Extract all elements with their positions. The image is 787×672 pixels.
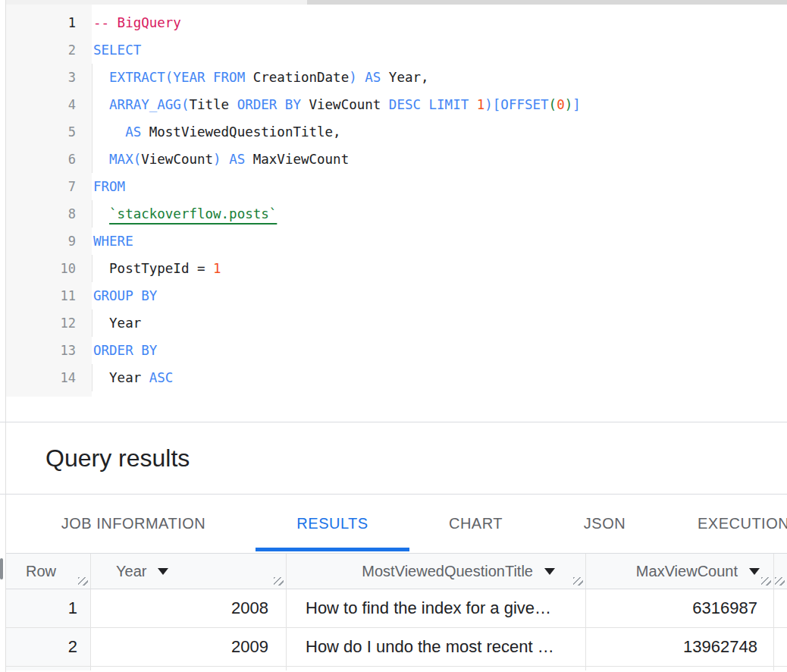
code-text: MAX(ViewCount) AS MaxViewCount xyxy=(76,146,349,173)
code-text: FROM xyxy=(76,173,125,200)
table-cell: How do I undo the most recent … xyxy=(287,628,586,666)
code-line: 13ORDER BY xyxy=(6,337,787,364)
sql-editor[interactable]: 1-- BigQuery2SELECT3 EXTRACT(YEAR FROM C… xyxy=(6,9,787,391)
column-header-label: MostViewedQuestionTitle xyxy=(362,563,533,580)
column-menu-icon[interactable] xyxy=(544,568,555,575)
code-text: PostTypeId = 1 xyxy=(76,255,221,282)
table-row: 22009How do I undo the most recent …1396… xyxy=(6,628,787,667)
code-text: Year ASC xyxy=(76,364,173,391)
code-token: Year xyxy=(93,370,149,385)
code-token: )[OFFSET xyxy=(484,97,548,112)
tab-json[interactable]: JSON xyxy=(542,495,667,553)
column-resize-handle-icon[interactable] xyxy=(78,577,88,586)
tab-job-information[interactable]: JOB INFORMATION xyxy=(20,495,247,553)
code-token xyxy=(93,261,109,276)
code-text: ARRAY_AGG(Title ORDER BY ViewCount DESC … xyxy=(76,91,581,118)
tab-execution-details[interactable]: EXECUTION DETAILS xyxy=(682,495,787,553)
line-number: 4 xyxy=(6,91,76,118)
code-token: ViewCount xyxy=(309,97,388,112)
line-number: 5 xyxy=(6,118,76,146)
line-number: 7 xyxy=(6,173,76,200)
code-token: ) xyxy=(565,97,573,112)
horizontal-scrollbar-thumb[interactable] xyxy=(307,0,787,5)
results-table: RowYearMostViewedQuestionTitleMaxViewCou… xyxy=(6,553,787,670)
table-cell: 6316987 xyxy=(586,589,774,627)
code-line: 7FROM xyxy=(6,173,787,200)
code-token: ASC xyxy=(149,370,174,385)
column-header-mostviewedquestiontitle[interactable]: MostViewedQuestionTitle xyxy=(287,554,586,589)
code-token: Title xyxy=(189,97,237,112)
tab-results[interactable]: RESULTS xyxy=(256,495,409,553)
code-token: 0 xyxy=(557,97,565,112)
code-token: ViewCount xyxy=(141,152,213,167)
table-reference-link[interactable]: `stackoverflow.posts` xyxy=(109,206,277,221)
tab-chart[interactable]: CHART xyxy=(413,495,538,553)
code-token: ORDER BY xyxy=(237,97,309,112)
table-header-row: RowYearMostViewedQuestionTitleMaxViewCou… xyxy=(6,553,787,589)
code-token: 1 xyxy=(213,261,221,276)
code-token: MaxViewCount xyxy=(253,152,349,167)
code-token xyxy=(93,97,109,112)
code-text: SELECT xyxy=(76,36,141,64)
code-token: ] xyxy=(572,97,581,112)
line-number: 13 xyxy=(6,337,76,364)
query-results-header: Query results xyxy=(0,422,787,494)
code-token: FROM xyxy=(93,179,125,194)
line-number: 8 xyxy=(6,200,76,228)
column-resize-handle-icon[interactable] xyxy=(761,577,771,586)
code-token: Year, xyxy=(389,70,429,85)
code-text: ORDER BY xyxy=(76,337,157,364)
code-token: CreationDate xyxy=(253,70,349,85)
code-token: ARRAY_AGG( xyxy=(109,97,189,112)
line-number: 3 xyxy=(6,64,76,91)
code-token: MostViewedQuestionTitle, xyxy=(149,124,341,140)
code-token: WHERE xyxy=(93,234,133,249)
query-results-title: Query results xyxy=(45,444,190,473)
table-row-partial xyxy=(6,667,787,670)
code-token xyxy=(93,70,109,85)
code-token xyxy=(93,124,125,140)
column-header-maxviewcount[interactable]: MaxViewCount xyxy=(586,554,774,589)
table-cell xyxy=(774,667,787,670)
line-number: 14 xyxy=(6,364,76,391)
code-token: EXTRACT(YEAR FROM xyxy=(109,70,253,85)
code-token: ( xyxy=(549,97,557,112)
row-number-cell: 1 xyxy=(6,589,91,627)
code-token: AS xyxy=(125,124,149,140)
code-token xyxy=(93,152,109,167)
vertical-scrollbar-thumb[interactable] xyxy=(0,558,3,579)
code-line: 14 Year ASC xyxy=(6,364,787,391)
code-text: WHERE xyxy=(76,228,133,255)
code-text: GROUP BY xyxy=(76,282,157,309)
line-number: 2 xyxy=(6,36,76,64)
column-resize-handle-icon[interactable] xyxy=(775,577,785,586)
line-number: 12 xyxy=(6,309,76,337)
column-header-filler xyxy=(774,554,787,589)
code-line: 1-- BigQuery xyxy=(6,9,787,36)
code-token: GROUP BY xyxy=(93,288,157,303)
column-header-label: Year xyxy=(116,563,146,580)
bigquery-results-panel: 1-- BigQuery2SELECT3 EXTRACT(YEAR FROM C… xyxy=(0,0,787,672)
code-token: PostTypeId = xyxy=(109,261,213,276)
column-header-row[interactable]: Row xyxy=(6,554,91,589)
column-resize-handle-icon[interactable] xyxy=(573,577,583,586)
line-number: 1 xyxy=(6,9,76,36)
code-line: 12 Year xyxy=(6,309,787,337)
code-line: 9WHERE xyxy=(6,228,787,255)
editor-horizontal-scrollbar[interactable] xyxy=(6,0,787,5)
column-menu-icon[interactable] xyxy=(749,568,760,575)
table-row: 12008How to find the index for a give…63… xyxy=(6,589,787,628)
table-cell: 13962748 xyxy=(586,628,774,666)
column-menu-icon[interactable] xyxy=(158,568,168,575)
code-line: 11GROUP BY xyxy=(6,282,787,309)
code-text: Year xyxy=(76,309,141,337)
row-number-cell: 2 xyxy=(6,628,91,666)
table-cell-filler xyxy=(774,589,787,627)
column-header-label: MaxViewCount xyxy=(636,563,738,580)
table-cell xyxy=(287,667,586,670)
code-token xyxy=(93,206,109,221)
column-resize-handle-icon[interactable] xyxy=(274,577,284,586)
column-header-year[interactable]: Year xyxy=(91,554,287,589)
code-token: DESC LIMIT xyxy=(389,97,477,112)
table-cell: 2008 xyxy=(91,589,287,627)
